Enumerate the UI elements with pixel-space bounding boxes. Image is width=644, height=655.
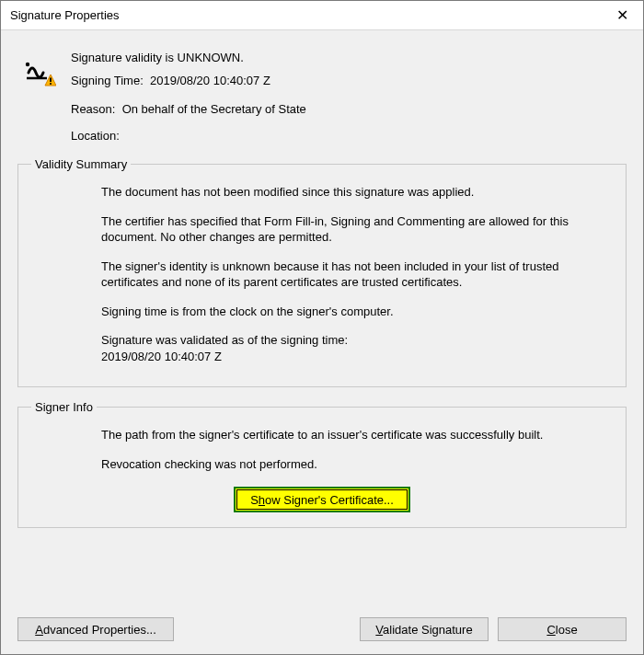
signer-info-legend: Signer Info <box>31 400 97 414</box>
advanced-properties-button[interactable]: Advanced Properties... <box>17 617 174 641</box>
svg-point-3 <box>50 83 52 85</box>
client-area: Signature validity is UNKNOWN. Signing T… <box>1 30 643 654</box>
meta-block: Reason: On behalf of the Secretary of St… <box>17 102 627 155</box>
location-line: Location: <box>71 129 627 143</box>
validity-line-5b: 2019/08/20 10:40:07 Z <box>101 350 222 363</box>
header-row: Signature validity is UNKNOWN. Signing T… <box>17 43 627 102</box>
header-text: Signature validity is UNKNOWN. Signing T… <box>71 51 270 97</box>
signer-info-line-1: The path from the signer's certificate t… <box>101 427 613 443</box>
close-glyph: ✕ <box>616 6 628 24</box>
validity-line-1: The document has not been modified since… <box>101 184 613 201</box>
dialog-window: Signature Properties ✕ Signature validit… <box>0 0 644 655</box>
close-icon[interactable]: ✕ <box>601 1 643 30</box>
validity-line-3: The signer's identity is unknown because… <box>101 259 613 291</box>
validity-status: Signature validity is UNKNOWN. <box>71 51 270 64</box>
validity-line-5a: Signature was validated as of the signin… <box>101 333 348 347</box>
signing-time-label: Signing Time: <box>71 74 144 87</box>
window-title: Signature Properties <box>10 8 601 22</box>
validity-summary-group: Validity Summary The document has not be… <box>17 157 627 387</box>
validity-line-2: The certifier has specified that Form Fi… <box>101 213 613 246</box>
signature-warning-icon <box>23 51 56 90</box>
signer-info-line-2: Revocation checking was not performed. <box>101 456 613 473</box>
close-button[interactable]: Close <box>498 617 627 641</box>
signing-time-line: Signing Time: 2019/08/20 10:40:07 Z <box>71 74 270 87</box>
reason-line: Reason: On behalf of the Secretary of St… <box>71 102 627 116</box>
show-cert-row: Show Signer's Certificate... <box>31 485 613 518</box>
location-label: Location: <box>71 129 120 143</box>
validity-summary-body: The document has not been modified since… <box>31 178 613 364</box>
validity-line-4: Signing time is from the clock on the si… <box>101 304 613 320</box>
signer-info-group: Signer Info The path from the signer's c… <box>17 400 627 528</box>
title-bar: Signature Properties ✕ <box>1 1 643 30</box>
svg-point-0 <box>26 63 29 66</box>
validity-summary-legend: Validity Summary <box>31 157 131 171</box>
reason-value: On behalf of the Secretary of State <box>122 102 306 116</box>
show-signers-certificate-button[interactable]: Show Signer's Certificate... <box>234 487 410 512</box>
validate-signature-button[interactable]: Validate Signature <box>360 617 489 641</box>
signer-info-body: The path from the signer's certificate t… <box>31 421 613 472</box>
footer-buttons: Advanced Properties... Validate Signatur… <box>17 612 627 641</box>
validity-line-5: Signature was validated as of the signin… <box>101 332 613 364</box>
signing-time-value: 2019/08/20 10:40:07 Z <box>150 74 270 87</box>
reason-label: Reason: <box>71 102 115 116</box>
